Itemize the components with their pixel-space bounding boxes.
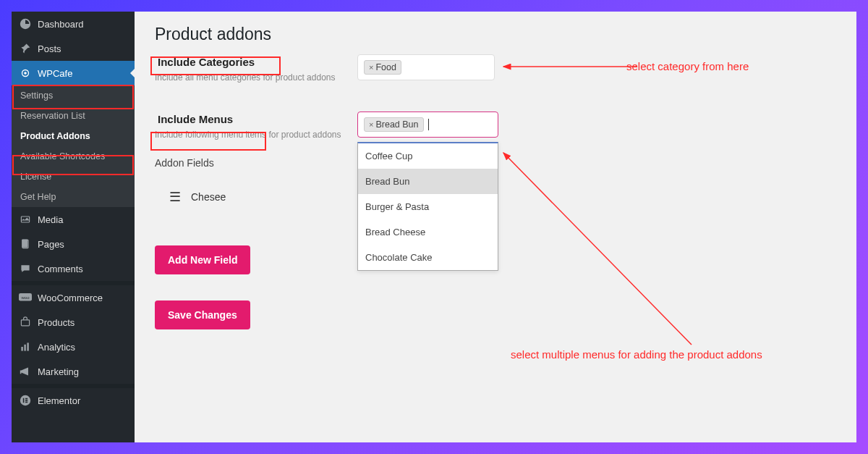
dropdown-option[interactable]: Burger & Pasta [358,194,498,219]
menu-tag[interactable]: × Bread Bun [364,117,424,132]
sidebar-item-label: Comments [38,264,83,274]
dashboard-icon [19,17,32,30]
include-menus-label: Include Menus [155,112,236,127]
sidebar-sub-product-addons[interactable]: Product Addons [12,126,135,146]
elementor-icon [19,394,32,407]
admin-sidebar: Dashboard Posts WPCafe Settings Reservat… [12,12,135,442]
menus-dropdown: Coffee Cup Bread Bun Burger & Pasta Brea… [357,142,498,271]
svg-rect-4 [22,240,27,248]
comments-icon [19,262,32,275]
annotation-menu-text: select multiple menus for adding the pro… [511,348,762,361]
addon-field-name: Chesee [191,191,226,203]
svg-rect-15 [25,402,27,403]
sidebar-item-analytics[interactable]: Analytics [12,335,135,359]
dropdown-option[interactable]: Bread Cheese [358,219,498,245]
media-icon [19,213,32,226]
category-tag[interactable]: × Food [364,60,401,75]
svg-rect-8 [21,347,22,351]
dropdown-option[interactable]: Coffee Cup [358,143,498,169]
svg-rect-10 [27,342,28,350]
svg-rect-9 [24,345,25,351]
sidebar-item-media[interactable]: Media [12,207,135,232]
sidebar-sub-settings[interactable]: Settings [12,85,135,106]
sidebar-item-label: Elementor [38,395,80,406]
include-categories-select[interactable]: × Food [357,54,495,80]
add-new-field-button[interactable]: Add New Field [155,245,250,274]
sidebar-item-pages[interactable]: Pages [12,232,135,256]
pages-icon [19,237,32,251]
sidebar-item-dashboard[interactable]: Dashboard [12,12,135,36]
dropdown-option[interactable]: Chocolate Cake [358,245,498,270]
sidebar-item-comments[interactable]: Comments [12,256,135,281]
sidebar-sub-shortcodes[interactable]: Available Shortcodes [12,146,135,167]
svg-rect-7 [21,320,29,326]
svg-rect-12 [23,398,25,403]
svg-text:woo: woo [20,295,30,300]
sidebar-item-elementor[interactable]: Elementor [12,388,135,413]
include-categories-label: Include Categories [155,54,258,70]
include-menus-select[interactable]: × Bread Bun [357,112,498,138]
wpcafe-icon [19,67,32,80]
sidebar-item-label: Pages [38,239,64,250]
sidebar-sub-gethelp[interactable]: Get Help [12,187,135,207]
svg-point-1 [24,72,27,75]
tag-text: Bread Bun [375,119,418,130]
sidebar-sub-reservation[interactable]: Reservation List [12,106,135,126]
text-cursor [428,119,429,130]
sidebar-item-label: WooCommerce [38,293,103,303]
sidebar-item-woocommerce[interactable]: woo WooCommerce [12,285,135,310]
field-include-menus: Include Menus Include following menu ite… [155,112,836,140]
sidebar-item-label: Products [38,317,75,328]
sidebar-item-products[interactable]: Products [12,310,135,335]
sidebar-item-posts[interactable]: Posts [12,36,135,61]
svg-rect-14 [25,400,27,401]
sidebar-item-label: Posts [38,43,61,54]
sidebar-sub-license[interactable]: License [12,167,135,187]
sidebar-item-marketing[interactable]: Marketing [12,359,135,384]
drag-handle-icon[interactable]: ☰ [169,189,181,205]
marketing-icon [19,365,32,378]
page-title: Product addons [155,25,836,44]
include-categories-desc: Include all menu categories for product … [155,72,343,83]
include-menus-desc: Include following menu items for product… [155,130,343,140]
sidebar-item-label: Marketing [38,366,79,377]
svg-rect-13 [25,398,27,400]
annotation-category-text: select category from here [626,60,749,72]
remove-tag-icon[interactable]: × [369,120,373,129]
dropdown-option[interactable]: Bread Bun [358,169,498,194]
sidebar-item-label: Analytics [38,342,75,353]
sidebar-item-label: Dashboard [38,19,84,30]
sidebar-item-wpcafe[interactable]: WPCafe [12,61,135,85]
sidebar-item-label: WPCafe [38,68,72,79]
analytics-icon [19,340,32,353]
tag-text: Food [375,62,396,72]
pin-icon [19,42,32,55]
sidebar-submenu: Settings Reservation List Product Addons… [12,85,135,207]
remove-tag-icon[interactable]: × [369,63,373,72]
sidebar-item-label: Media [38,214,63,225]
products-icon [19,316,32,329]
main-content: Product addons Include Categories Includ… [135,12,856,442]
woocommerce-icon: woo [19,291,32,304]
save-changes-button[interactable]: Save Changes [155,300,250,329]
